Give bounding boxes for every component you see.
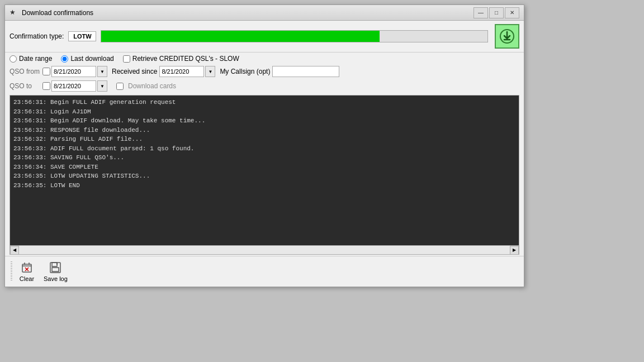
date-fields-row-2: QSO to 8/21/2020 ▼ Download cards (5, 80, 524, 95)
qso-to-checkbox[interactable] (42, 82, 50, 90)
download-cards-label: Download cards (128, 82, 176, 90)
retrieve-credited-label: Retrieve CREDITED QSL's - SLOW (132, 55, 239, 63)
qso-from-label: QSO from (10, 68, 40, 75)
retrieve-credited-option[interactable]: Retrieve CREDITED QSL's - SLOW (123, 55, 239, 63)
main-window: ★ Download confirmations — □ ✕ Confirmat… (4, 4, 524, 287)
svg-rect-8 (52, 263, 57, 266)
qso-from-field[interactable]: 8/21/2020 (51, 66, 96, 77)
lotw-badge[interactable]: LOTW (68, 31, 96, 41)
date-range-label: Date range (19, 55, 52, 63)
bottom-toolbar: Clear Save log (5, 256, 524, 287)
scroll-left-btn[interactable]: ◀ (10, 246, 19, 255)
qso-from-group: QSO from 8/21/2020 ▼ (10, 66, 107, 77)
clear-label: Clear (20, 275, 34, 282)
date-fields-row: QSO from 8/21/2020 ▼ Received since 8/21… (5, 65, 524, 80)
download-button[interactable] (495, 24, 519, 49)
received-since-group: Received since 8/21/2020 ▼ (112, 66, 215, 77)
download-icon (499, 28, 515, 44)
last-download-label: Last download (70, 55, 113, 63)
app-icon: ★ (10, 8, 18, 17)
toolbar-separator (11, 261, 12, 282)
my-callsign-group: My Callsign (opt) (220, 66, 339, 77)
qso-from-input: 8/21/2020 ▼ (42, 66, 107, 77)
qso-to-label: QSO to (10, 82, 40, 90)
clear-icon (20, 261, 34, 274)
progress-bar-container (101, 30, 488, 42)
qso-to-input: 8/21/2020 ▼ (42, 80, 107, 92)
horizontal-scrollbar: ◀ ▶ (10, 246, 519, 255)
save-log-button[interactable]: Save log (40, 259, 71, 284)
save-log-icon (49, 261, 62, 274)
date-range-option[interactable]: Date range (10, 55, 52, 63)
my-callsign-label: My Callsign (opt) (220, 68, 270, 75)
received-since-dropdown[interactable]: ▼ (205, 66, 215, 77)
clear-button[interactable]: Clear (16, 259, 38, 284)
svg-rect-10 (56, 263, 58, 265)
svg-rect-1 (22, 264, 31, 272)
qso-from-dropdown[interactable]: ▼ (97, 66, 107, 77)
qso-to-field[interactable]: 8/21/2020 (51, 80, 96, 92)
download-cards-checkbox[interactable] (116, 83, 124, 90)
my-callsign-field[interactable] (272, 66, 339, 77)
scroll-right-btn[interactable]: ▶ (510, 246, 519, 255)
received-since-label: Received since (112, 68, 157, 75)
close-button[interactable]: ✕ (505, 7, 519, 18)
window-controls: — □ ✕ (473, 7, 519, 18)
received-since-field[interactable]: 8/21/2020 (159, 66, 204, 77)
download-cards-group: Download cards (116, 82, 176, 90)
title-bar: ★ Download confirmations — □ ✕ (5, 5, 524, 21)
qso-to-group: QSO to 8/21/2020 ▼ (10, 80, 107, 92)
maximize-button[interactable]: □ (489, 7, 504, 18)
confirmation-type-label: Confirmation type: (10, 32, 64, 40)
svg-rect-9 (52, 268, 59, 272)
progress-bar-fill (101, 31, 379, 42)
log-area: 23:56:31: Begin FULL ADIF generation req… (10, 95, 519, 246)
received-since-input: 8/21/2020 ▼ (159, 66, 215, 77)
window-title: Download confirmations (22, 9, 473, 17)
minimize-button[interactable]: — (473, 7, 488, 18)
qso-to-dropdown[interactable]: ▼ (97, 80, 107, 92)
last-download-option[interactable]: Last download (61, 55, 113, 63)
save-log-label: Save log (44, 275, 68, 282)
toolbar: Confirmation type: LOTW (5, 21, 524, 53)
options-row: Date range Last download Retrieve CREDIT… (5, 53, 524, 65)
scroll-track-h[interactable] (19, 246, 510, 254)
qso-from-checkbox[interactable] (42, 68, 50, 75)
